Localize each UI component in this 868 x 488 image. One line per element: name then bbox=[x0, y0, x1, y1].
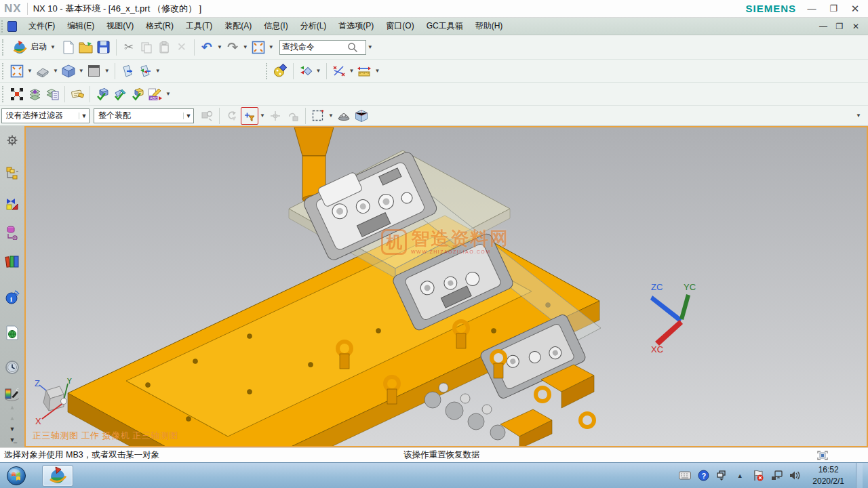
open-file-button[interactable] bbox=[77, 39, 95, 56]
selection-bar-overflow-arrow[interactable]: ▼ bbox=[854, 113, 863, 119]
menu-format[interactable]: 格式(R) bbox=[140, 18, 180, 34]
menu-assemblies[interactable]: 装配(A) bbox=[218, 18, 258, 34]
web-browser-icon[interactable] bbox=[3, 323, 22, 342]
snap-point-button[interactable] bbox=[272, 62, 290, 80]
toolbar-grip[interactable] bbox=[2, 63, 5, 79]
menu-file[interactable]: 文件(F) bbox=[22, 18, 61, 34]
menu-grip[interactable] bbox=[1, 20, 5, 33]
annotation-note-button[interactable] bbox=[68, 85, 86, 103]
check-clearance-button[interactable] bbox=[94, 85, 111, 103]
distance-dropdown-arrow[interactable]: ▼ bbox=[373, 68, 381, 74]
resource-bar-scrollers[interactable]: ▲ ▲ ▼ ▼̲ bbox=[9, 404, 16, 447]
scroll-down-icon[interactable]: ▼ bbox=[9, 426, 16, 432]
render-style-button[interactable] bbox=[60, 62, 77, 80]
move-component-button[interactable] bbox=[8, 85, 26, 103]
minimize-button[interactable]: — bbox=[806, 3, 818, 14]
orient-view-button[interactable] bbox=[34, 62, 52, 80]
snap-point-toggle-active[interactable] bbox=[241, 107, 258, 125]
snap-dropdown-arrow[interactable]: ▼ bbox=[258, 113, 267, 119]
selection-scope-dropdown[interactable]: 整个装配 ▼ bbox=[94, 108, 194, 123]
show-desktop-button[interactable] bbox=[856, 463, 863, 488]
scroll-bottom-icon[interactable]: ▼̲ bbox=[9, 436, 16, 443]
hd3d-info-icon[interactable]: i bbox=[3, 288, 22, 306]
menu-analysis[interactable]: 分析(L) bbox=[294, 18, 333, 34]
background-dropdown-arrow[interactable]: ▼ bbox=[103, 68, 111, 74]
view-triad[interactable]: Z Y X bbox=[34, 378, 77, 426]
background-button[interactable] bbox=[85, 62, 103, 80]
volume-tray-icon[interactable] bbox=[789, 470, 801, 482]
constraint-navigator-icon[interactable] bbox=[3, 195, 22, 213]
undo-button[interactable]: ↶ bbox=[198, 39, 216, 56]
command-finder[interactable] bbox=[279, 40, 366, 55]
shaded-object-button[interactable] bbox=[335, 107, 353, 125]
check-body-button[interactable] bbox=[129, 85, 146, 103]
point-dialog-button[interactable] bbox=[297, 62, 315, 80]
undo-dropdown-arrow[interactable]: ▼ bbox=[216, 44, 224, 50]
fit-view-button[interactable] bbox=[8, 62, 26, 80]
attributes-dropdown-arrow[interactable]: ▼ bbox=[164, 91, 172, 97]
3d-model-canvas[interactable] bbox=[26, 127, 868, 447]
child-minimize-button[interactable]: — bbox=[818, 22, 829, 31]
render-dropdown-arrow[interactable]: ▼ bbox=[77, 68, 85, 74]
filter-dropdown-arrow[interactable]: ▼ bbox=[79, 113, 89, 119]
reuse-library-icon[interactable] bbox=[3, 253, 22, 271]
menu-edit[interactable]: 编辑(E) bbox=[61, 18, 100, 34]
touch-dropdown-arrow[interactable]: ▼ bbox=[267, 44, 275, 50]
drag-component-icon[interactable] bbox=[284, 107, 302, 125]
fit-dropdown-arrow[interactable]: ▼ bbox=[26, 68, 34, 74]
search-dropdown-arrow[interactable]: ▼ bbox=[366, 44, 374, 50]
new-file-button[interactable] bbox=[60, 39, 77, 56]
cut-button[interactable]: ✂ bbox=[120, 39, 138, 56]
menu-tools[interactable]: 工具(T) bbox=[180, 18, 218, 34]
keyboard-tray-icon[interactable] bbox=[679, 470, 691, 482]
point-dropdown-arrow[interactable]: ▼ bbox=[315, 68, 323, 74]
help-tray-icon[interactable]: ? bbox=[697, 470, 709, 482]
highlight-prev-icon[interactable] bbox=[223, 107, 241, 125]
selection-filter-dropdown[interactable]: 没有选择过滤器 ▼ bbox=[1, 108, 90, 123]
visualization-palette-icon[interactable] bbox=[3, 386, 22, 404]
child-restore-button[interactable]: ❐ bbox=[834, 22, 845, 31]
toolbar-grip[interactable] bbox=[2, 39, 5, 56]
restore-windows-tray-icon[interactable] bbox=[715, 470, 728, 482]
edit-section-button[interactable] bbox=[136, 62, 154, 80]
marquee-dropdown-arrow[interactable]: ▼ bbox=[327, 113, 335, 119]
start-orb[interactable] bbox=[0, 463, 33, 488]
marquee-select-button[interactable] bbox=[309, 107, 327, 125]
move-handle-icon[interactable] bbox=[267, 107, 284, 125]
menu-information[interactable]: 信息(I) bbox=[258, 18, 294, 34]
save-button[interactable] bbox=[95, 39, 113, 56]
menu-window[interactable]: 窗口(O) bbox=[380, 18, 420, 34]
scroll-up2-icon[interactable]: ▲ bbox=[9, 415, 16, 422]
wireframe-cube-button[interactable] bbox=[353, 107, 370, 125]
toolbar-grip[interactable] bbox=[266, 63, 269, 79]
delete-button[interactable]: ✕ bbox=[173, 39, 191, 56]
scope-dropdown-arrow[interactable]: ▼ bbox=[183, 113, 193, 119]
menu-gc-toolbox[interactable]: GC工具箱 bbox=[420, 18, 469, 34]
part-navigator-icon[interactable] bbox=[3, 224, 22, 242]
graphics-viewport[interactable]: 机 智造资料网 WWW.ZHIZAOZILIAO.COM ZC YC XC bbox=[24, 126, 868, 447]
command-finder-input[interactable] bbox=[282, 43, 347, 52]
search-icon[interactable] bbox=[347, 42, 358, 53]
section-dropdown-arrow[interactable]: ▼ bbox=[154, 68, 162, 74]
history-clock-icon[interactable] bbox=[3, 358, 22, 376]
child-close-button[interactable]: ✕ bbox=[850, 22, 861, 31]
close-button[interactable]: ✕ bbox=[849, 3, 861, 15]
start-dropdown-arrow[interactable]: ▼ bbox=[49, 44, 57, 50]
layer-settings-button[interactable] bbox=[26, 85, 43, 103]
wcs-triad[interactable]: ZC YC XC bbox=[646, 279, 700, 355]
start-menu-button[interactable]: 启动 ▼ bbox=[8, 38, 60, 57]
menu-preferences[interactable]: 首选项(P) bbox=[332, 18, 380, 34]
clip-window-icon[interactable] bbox=[816, 450, 829, 463]
restore-button[interactable]: ❐ bbox=[827, 3, 840, 14]
measure-angle-button[interactable] bbox=[330, 62, 348, 80]
angle-dropdown-arrow[interactable]: ▼ bbox=[348, 68, 356, 74]
measure-distance-button[interactable] bbox=[355, 62, 373, 80]
network-tray-icon[interactable] bbox=[770, 470, 783, 482]
touch-mode-button[interactable] bbox=[250, 39, 267, 56]
layer-visible-in-view-button[interactable] bbox=[43, 85, 61, 103]
resource-bar-options-gear-icon[interactable] bbox=[3, 131, 22, 150]
nx-taskbar-button[interactable] bbox=[42, 465, 73, 487]
menu-view[interactable]: 视图(V) bbox=[100, 18, 140, 34]
check-fixture-button[interactable] bbox=[111, 85, 129, 103]
paste-button[interactable] bbox=[155, 39, 173, 56]
